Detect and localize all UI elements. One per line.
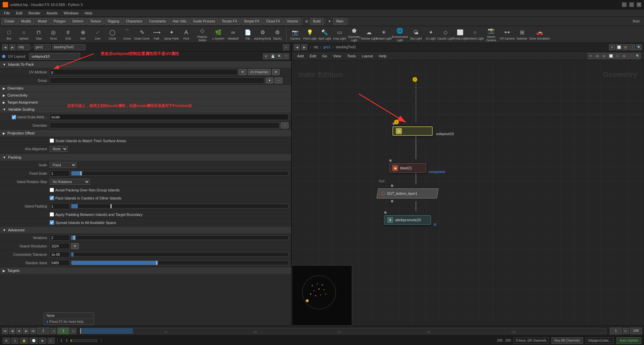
tool-tube[interactable]: ⊓ Tube [32, 27, 46, 42]
polygon-button[interactable]: Polygon [51, 18, 69, 25]
tool-distant-light[interactable]: ☀ Distant Light [377, 27, 391, 42]
tool-geometry-light[interactable]: ⬟ GeometryLight [347, 27, 361, 42]
pack-cavities-checkbox[interactable] [50, 196, 54, 200]
tool-null[interactable]: ⊕ Null [76, 27, 90, 42]
hair-utils-button[interactable]: Hair Utils [170, 18, 190, 25]
apply-padding-checkbox[interactable] [50, 212, 54, 217]
section-connectivity[interactable]: ▶ Connectivity [0, 92, 291, 99]
uv-attr-input[interactable] [50, 69, 237, 75]
tool-metaball[interactable]: ∞ Metaball [226, 27, 240, 42]
search-res-input[interactable] [50, 243, 70, 249]
node-blast21[interactable]: 💥 blast21 [389, 163, 426, 173]
rmenu-tools[interactable]: Tools [344, 53, 359, 59]
nav-fwd[interactable]: ▶ [9, 44, 15, 50]
rpath-btn2[interactable]: ⬜ [616, 44, 622, 50]
rmenu-edit[interactable]: Edit [307, 53, 319, 59]
status-snap[interactable]: ⊞ [3, 338, 10, 344]
status-arrow[interactable]: ▶ [39, 338, 46, 344]
path-geo[interactable] [34, 44, 51, 50]
characters-button[interactable]: Characters [123, 18, 145, 25]
rmenu-add[interactable]: Add [294, 53, 307, 59]
uv-attr-dropdown[interactable]: ▼ [239, 69, 247, 75]
tl-play[interactable]: ▶ [23, 328, 29, 334]
tl-range-start[interactable] [610, 328, 622, 334]
axis-alignment-dropdown[interactable]: None X Y [50, 146, 68, 152]
scale-dropdown[interactable]: Fixed Relative [50, 162, 76, 168]
group-btn2[interactable]: → [275, 77, 282, 83]
tool-spot-light[interactable]: 🔦 Spot Light [318, 27, 332, 42]
tool-curve[interactable]: ⌒ Curve [120, 27, 134, 42]
fixed-scale-handle[interactable] [80, 171, 82, 175]
tool-file[interactable]: 📄 File [241, 27, 255, 42]
path-tool[interactable] [52, 44, 86, 50]
tool-area-light[interactable]: ▭ Area Light [332, 27, 346, 42]
tl-stop[interactable]: ■ [16, 328, 22, 334]
random-seed-slider[interactable] [71, 261, 288, 265]
rtb-btn1[interactable]: ✕ [588, 53, 594, 59]
tool-point-light[interactable]: 💡 Point Light [303, 27, 317, 42]
tl-start[interactable]: ⏮ [2, 328, 8, 334]
island-scale-input[interactable] [50, 114, 288, 120]
tool-font[interactable]: A Font [179, 27, 193, 42]
section-islands[interactable]: ▼ Islands To Pack [0, 61, 291, 68]
tool-stereo-camera[interactable]: 📸 StereoCamera [483, 27, 499, 42]
tool-torus[interactable]: ◎ Torus [46, 27, 60, 42]
node-name-input[interactable] [29, 53, 80, 60]
modify-button[interactable]: Modify [18, 18, 34, 25]
section-overrides[interactable]: ▶ Overrides [0, 85, 291, 92]
conn-tol-input[interactable] [50, 251, 70, 257]
nav-back[interactable]: ◀ [2, 44, 8, 50]
status-arrow2[interactable]: ▷ [48, 338, 55, 344]
island-padding-input[interactable] [50, 203, 70, 209]
node-graph[interactable]: Indie Edition Geometry [292, 60, 644, 326]
node-btn2[interactable]: 💾 [270, 53, 276, 59]
rmenu-view[interactable]: View [330, 53, 344, 59]
rotation-dropdown[interactable]: No Rotations 90 Degrees 45 Degrees [50, 179, 90, 185]
build-button[interactable]: Build [310, 18, 323, 25]
rtb-btn3[interactable]: ⊟ [601, 53, 607, 59]
tool-drive-sim[interactable]: 🚗 Drive Simulation [530, 27, 550, 42]
simple-fx-button[interactable]: Simple FX [241, 18, 262, 25]
status-lock[interactable]: 🔒 [20, 338, 28, 344]
tool-stacking1[interactable]: ⚙ stackingTool1 [256, 27, 270, 42]
status-key[interactable]: ⚷ [11, 338, 18, 344]
tl-current-frame[interactable] [57, 328, 69, 334]
cloud-fx-button[interactable]: Cloud FX [263, 18, 283, 25]
tool-path[interactable]: ⟿ Path [150, 27, 164, 42]
tool-caustic-light[interactable]: ◇ Caustic Light [438, 27, 452, 42]
main-button[interactable]: Main [333, 18, 346, 25]
timeline-bar[interactable]: 24 48 72 96 120 [80, 328, 606, 334]
rtb-btn8[interactable]: 🔍 [635, 53, 641, 59]
section-target[interactable]: ▶ Target Assignment [0, 99, 291, 106]
search-res-dropdown[interactable]: ▼ [71, 243, 79, 249]
tooltip-none[interactable]: None [44, 313, 94, 319]
var-overrides-input[interactable] [50, 122, 279, 128]
rpath-btn4[interactable]: ⋮ [629, 44, 635, 50]
rpath-btn5[interactable]: 🔍 [636, 44, 642, 50]
group-btn1[interactable]: ▼ [266, 77, 273, 83]
island-scale-checkbox[interactable] [12, 115, 16, 119]
tool-gi-light[interactable]: ✦ GI Light [424, 27, 438, 42]
rpath-btn1[interactable]: ✕ [609, 44, 615, 50]
guide-process-button[interactable]: Guide Process [190, 18, 218, 25]
create-button[interactable]: Create [1, 18, 17, 25]
node-attrib20[interactable]: ⬆ attribpromote20 [384, 215, 431, 225]
rpath-btn3[interactable]: ⊞ [623, 44, 629, 50]
zx-projection-dropdown[interactable]: ▼ [272, 69, 280, 75]
tl-prev-frame[interactable]: ◁ [50, 328, 56, 334]
node-btn3[interactable]: 🔍 [276, 53, 282, 59]
avoid-checkbox[interactable] [50, 188, 54, 192]
model-button[interactable]: Model [35, 18, 50, 25]
close-button[interactable]: ✕ [637, 2, 641, 7]
menu-render[interactable]: Render [26, 10, 43, 16]
menu-help[interactable]: Help [82, 10, 95, 16]
section-targets[interactable]: ▶ Targets [0, 267, 291, 274]
tool-spray-paint[interactable]: ✦ Spray Paint [164, 27, 178, 42]
island-padding-slider[interactable] [71, 204, 288, 209]
tool-line[interactable]: ⟋ Line [91, 27, 105, 42]
status-mini-timeline[interactable] [70, 339, 97, 342]
tool-draw-curve[interactable]: ✎ Draw Curve [135, 27, 149, 42]
volume-button[interactable]: Volume [284, 18, 301, 25]
path-obj[interactable] [17, 44, 30, 50]
maximize-button[interactable]: □ [629, 2, 634, 7]
